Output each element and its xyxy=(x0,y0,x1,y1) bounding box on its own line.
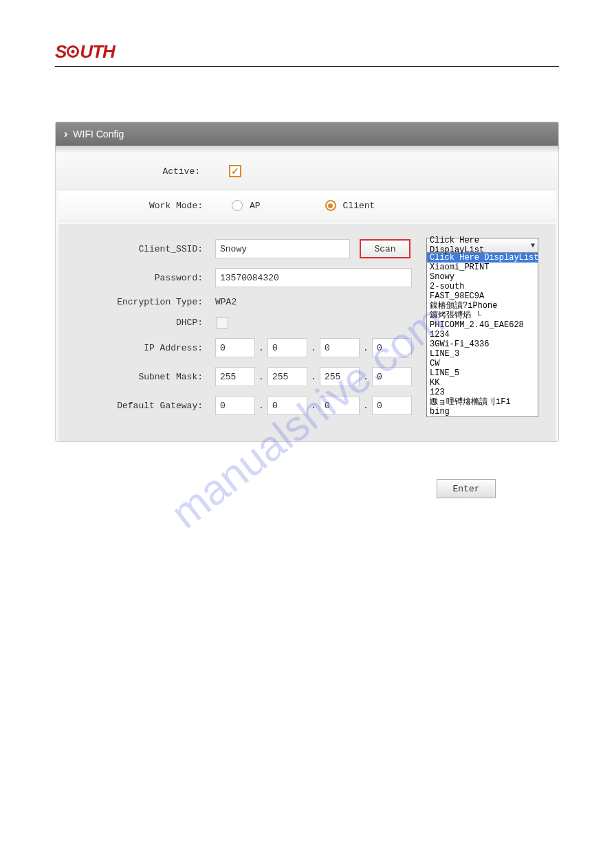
subnet-label: Subnet Mask: xyxy=(58,372,208,382)
work-mode-label: Work Mode: xyxy=(58,201,208,211)
dropdown-item[interactable]: PHICOMM_2.4G_EAE628 xyxy=(427,320,538,330)
dhcp-checkbox[interactable] xyxy=(217,317,228,329)
subnet-octet-1[interactable] xyxy=(215,367,255,386)
ssid-dropdown[interactable]: Click Here DisplayList ▼ Click Here Disp… xyxy=(426,238,538,417)
dropdown-item[interactable]: 1234 xyxy=(427,330,538,340)
active-checkbox[interactable] xyxy=(229,165,241,177)
password-label: Password: xyxy=(58,273,208,283)
gateway-octet-1[interactable] xyxy=(215,396,255,415)
ip-octet-1[interactable] xyxy=(215,338,255,357)
dropdown-item[interactable]: 鎳椿頒讀?iPhone xyxy=(427,301,538,311)
subnet-octet-4[interactable] xyxy=(372,367,412,386)
dropdown-item[interactable]: 123 xyxy=(427,388,538,397)
client-radio[interactable] xyxy=(325,200,336,211)
active-label: Active: xyxy=(56,166,206,177)
south-logo: SUTH xyxy=(55,41,559,62)
dropdown-list[interactable]: Click Here DisplayListXiaomi_PRINTSnowy2… xyxy=(426,253,538,417)
ip-octet-3[interactable] xyxy=(320,338,360,357)
ip-octet-2[interactable] xyxy=(267,338,307,357)
ssid-input[interactable] xyxy=(215,239,350,258)
wifi-config-panel: › WIFI Config Active: Work Mode: AP xyxy=(55,122,559,442)
logo-o-icon xyxy=(67,45,79,58)
dropdown-item[interactable]: FAST_98EC9A xyxy=(427,291,538,301)
encryption-label: Encryption Type: xyxy=(58,297,208,307)
dropdown-selected: Click Here DisplayList xyxy=(430,236,531,255)
dropdown-item[interactable]: 2-south xyxy=(427,282,538,291)
dropdown-item[interactable]: Click Here DisplayList xyxy=(427,253,538,263)
ap-radio[interactable] xyxy=(232,200,243,211)
dropdown-item[interactable]: Xiaomi_PRINT xyxy=(427,263,538,272)
scan-button[interactable]: Scan xyxy=(360,239,410,258)
dropdown-item[interactable]: LINE_5 xyxy=(427,368,538,378)
chevron-right-icon: › xyxy=(64,128,67,140)
panel-title: WIFI Config xyxy=(73,129,124,140)
password-input[interactable] xyxy=(215,268,412,287)
ssid-label: Client_SSID: xyxy=(58,244,208,254)
ip-octet-4[interactable] xyxy=(372,338,412,357)
dropdown-item[interactable]: bing xyxy=(427,407,538,416)
dropdown-item[interactable]: 嫐ョ哩镈熻樇讀刂iFi xyxy=(427,397,538,407)
gateway-label: Default Gateway: xyxy=(58,401,208,411)
dropdown-item[interactable]: 鑼烤張镈熖 └ xyxy=(427,311,538,320)
header-divider xyxy=(55,66,559,67)
dhcp-label: DHCP: xyxy=(58,318,208,328)
dropdown-item[interactable]: CW xyxy=(427,359,538,368)
gateway-octet-3[interactable] xyxy=(320,396,360,415)
gateway-octet-4[interactable] xyxy=(372,396,412,415)
encryption-value: WPA2 xyxy=(215,297,237,307)
chevron-down-icon: ▼ xyxy=(531,242,535,249)
enter-button[interactable]: Enter xyxy=(437,479,496,498)
ip-label: IP Address: xyxy=(58,343,208,353)
gateway-octet-2[interactable] xyxy=(267,396,307,415)
panel-header: › WIFI Config xyxy=(56,122,558,146)
client-radio-label: Client xyxy=(343,201,375,211)
dropdown-select[interactable]: Click Here DisplayList ▼ xyxy=(426,238,538,253)
dropdown-item[interactable]: KK xyxy=(427,378,538,388)
ap-radio-label: AP xyxy=(250,201,261,211)
subnet-octet-3[interactable] xyxy=(320,367,360,386)
subnet-octet-2[interactable] xyxy=(267,367,307,386)
dropdown-item[interactable]: LINE_3 xyxy=(427,349,538,359)
dropdown-item[interactable]: Snowy xyxy=(427,272,538,282)
dropdown-item[interactable]: 3GWi-Fi_4336 xyxy=(427,340,538,349)
